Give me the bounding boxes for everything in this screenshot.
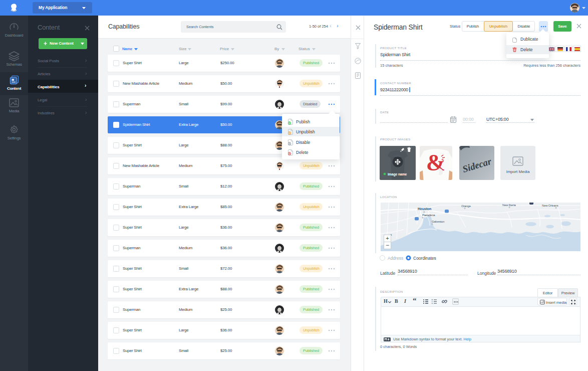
- svg-text:Houston: Houston: [418, 207, 431, 211]
- svg-text:Orange: Orange: [461, 205, 471, 208]
- svg-text:Pasadena: Pasadena: [422, 214, 435, 217]
- svg-text:image name: image name: [388, 172, 407, 176]
- svg-text:Galveston: Galveston: [432, 220, 444, 223]
- svg-text:New Iberia: New Iberia: [502, 204, 516, 207]
- svg-text:New Orleans: New Orleans: [542, 204, 558, 207]
